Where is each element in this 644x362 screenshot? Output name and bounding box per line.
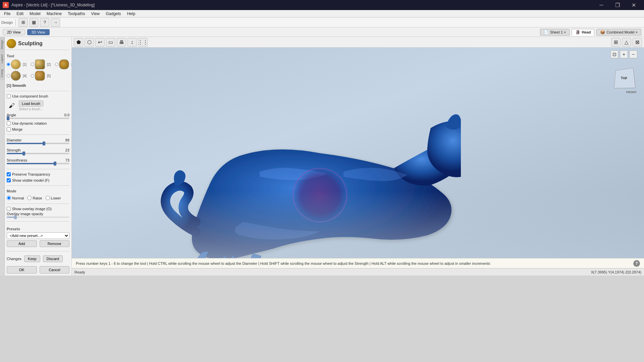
menu-machine[interactable]: Machine <box>44 11 64 17</box>
tool-item-1[interactable] <box>7 59 21 69</box>
vp-layers-btn[interactable]: ⊞ <box>611 38 621 47</box>
vp-reset-btn[interactable]: △ <box>622 38 631 47</box>
menu-help[interactable]: Help <box>124 11 138 17</box>
tool-radio-1[interactable] <box>7 63 10 66</box>
minimize-button[interactable]: ─ <box>594 0 609 10</box>
mode-lower[interactable]: Lower <box>46 196 61 200</box>
toolbar-btn-4[interactable]: → <box>51 18 60 27</box>
add-preset-button[interactable]: Add <box>7 240 37 247</box>
toolbar-btn-3[interactable]: ? <box>40 18 49 27</box>
combined-model-tab[interactable]: 📦 Combined Model × <box>596 29 641 36</box>
tool-circle-2[interactable] <box>35 59 45 69</box>
mode-raise[interactable]: Raise <box>27 196 42 200</box>
toolbar-row: Design ⊞ ▦ ? → <box>0 17 644 27</box>
tool-item-2[interactable] <box>31 59 45 69</box>
tool-num-5: [5] <box>47 74 53 78</box>
restore-button[interactable]: ❐ <box>610 0 625 10</box>
nav-cube[interactable]: Top FRONT <box>610 68 637 95</box>
vp-grid-btn[interactable]: ⋮⋮ <box>138 38 148 47</box>
diameter-slider[interactable] <box>7 143 69 144</box>
zoom-out-btn[interactable]: − <box>629 50 637 58</box>
menu-view[interactable]: View <box>88 11 102 17</box>
toolbar-btn-2[interactable]: ▦ <box>29 18 39 27</box>
tool-radio-3[interactable] <box>55 63 58 66</box>
use-dynamic-rotation-checkbox[interactable] <box>7 121 11 125</box>
angle-slider[interactable] <box>7 118 69 119</box>
vert-tab-layers[interactable]: Layers <box>0 52 4 66</box>
remove-preset-button[interactable]: Remove <box>40 240 70 247</box>
changes-label: Changes <box>7 257 21 261</box>
zoom-fit-btn[interactable]: ⊡ <box>610 50 619 58</box>
menu-toolpaths[interactable]: Toolpaths <box>65 11 88 17</box>
preserve-transparency-checkbox[interactable] <box>7 172 11 176</box>
content-wrapper: ⬟ ⬡ ↩ ▭ 🖶 ↕ ⋮⋮ ⊞ △ ⊠ <box>72 37 644 276</box>
close-button[interactable]: ✕ <box>626 0 641 10</box>
vp-undo-btn[interactable]: ↩ <box>95 38 105 47</box>
mode-raise-radio[interactable] <box>27 196 32 200</box>
tool-num-4: [4] <box>23 74 29 78</box>
view-3d-button[interactable]: 3D View <box>27 29 50 35</box>
tool-item-4[interactable] <box>7 71 21 81</box>
tool-circle-4[interactable] <box>11 71 21 81</box>
cancel-button[interactable]: Cancel <box>40 266 70 274</box>
vp-save-btn[interactable]: ↕ <box>127 38 137 47</box>
tool-radio-5[interactable] <box>31 74 34 77</box>
tool-section-label: Tool <box>7 54 69 58</box>
show-overlay-checkbox[interactable] <box>7 207 11 211</box>
toolbar-btn-1[interactable]: ⊞ <box>18 18 28 27</box>
strength-slider[interactable] <box>7 153 69 154</box>
tool-item-5[interactable] <box>31 71 45 81</box>
vp-fit-btn[interactable]: ⊠ <box>633 38 642 47</box>
nav-cube-top[interactable]: Top <box>614 68 636 88</box>
menu-gadgets[interactable]: Gadgets <box>103 11 123 17</box>
zoom-in-btn[interactable]: + <box>620 50 628 58</box>
hint-help-button[interactable]: ? <box>633 260 640 267</box>
tool-radio-2[interactable] <box>31 63 34 66</box>
vertical-strip: Design Layers Comp. <box>0 37 5 276</box>
ok-button[interactable]: OK <box>7 266 37 274</box>
divider-5 <box>7 203 69 204</box>
sheet-tab[interactable]: 📄 Sheet 1 × <box>540 29 570 36</box>
mode-normal-radio[interactable] <box>7 196 11 200</box>
vp-rect-btn[interactable]: ▭ <box>106 38 115 47</box>
toolbar2: 2D View 3D View 📄 Sheet 1 × 🗿 Head 📦 Com… <box>0 27 644 37</box>
vert-tab-design[interactable]: Design <box>0 38 4 52</box>
menu-file[interactable]: File <box>1 11 13 17</box>
presets-select[interactable]: <Add new preset...> <box>7 232 69 239</box>
brush-icon: 🖌 <box>7 101 17 111</box>
smoothness-section: Smoothness 73 <box>7 158 69 166</box>
divider-1 <box>7 91 69 91</box>
discard-button[interactable]: Discard <box>43 255 63 262</box>
tool-circle-5[interactable] <box>35 71 45 81</box>
mode-normal[interactable]: Normal <box>7 196 24 200</box>
vp-lasso-btn[interactable]: ⬡ <box>85 38 94 47</box>
vp-print-btn[interactable]: 🖶 <box>117 38 126 47</box>
preserve-transparency-label: Preserve Transparency <box>12 172 50 176</box>
toolbar-separator <box>15 19 16 26</box>
view-2d-button[interactable]: 2D View <box>3 29 25 35</box>
keep-button[interactable]: Keep <box>24 255 40 262</box>
tool-circle-1[interactable] <box>11 59 21 69</box>
tool-circle-3[interactable] <box>59 59 69 69</box>
load-brush-button[interactable]: Load brush <box>19 101 43 107</box>
status-coordinates: X(7.3995) Y(4.1974) Z(0.2874) <box>591 270 641 274</box>
vp-select-btn[interactable]: ⬟ <box>74 38 83 47</box>
diameter-value: 89 <box>65 138 69 142</box>
viewport-toolbar: ⬟ ⬡ ↩ ▭ 🖶 ↕ ⋮⋮ ⊞ △ ⊠ <box>72 37 644 48</box>
head-tab[interactable]: 🗿 Head <box>572 29 594 36</box>
divider-4 <box>7 185 69 186</box>
viewport-3d[interactable]: Top FRONT ⊡ + − <box>72 48 644 258</box>
tool-radio-4[interactable] <box>7 74 10 77</box>
merge-checkbox[interactable] <box>7 127 11 131</box>
selected-tool-label: [1] Smooth <box>7 83 69 87</box>
merge-label: Merge <box>12 127 22 131</box>
tool-item-3[interactable] <box>55 59 69 69</box>
use-component-brush-checkbox[interactable] <box>7 94 11 98</box>
menu-edit[interactable]: Edit <box>14 11 26 17</box>
menu-model[interactable]: Model <box>27 11 43 17</box>
mode-lower-radio[interactable] <box>46 196 50 200</box>
overlay-opacity-slider[interactable] <box>7 217 69 218</box>
vert-tab-components[interactable]: Comp. <box>0 66 4 80</box>
smoothness-slider[interactable] <box>7 163 69 164</box>
show-visible-model-checkbox[interactable] <box>7 178 11 182</box>
